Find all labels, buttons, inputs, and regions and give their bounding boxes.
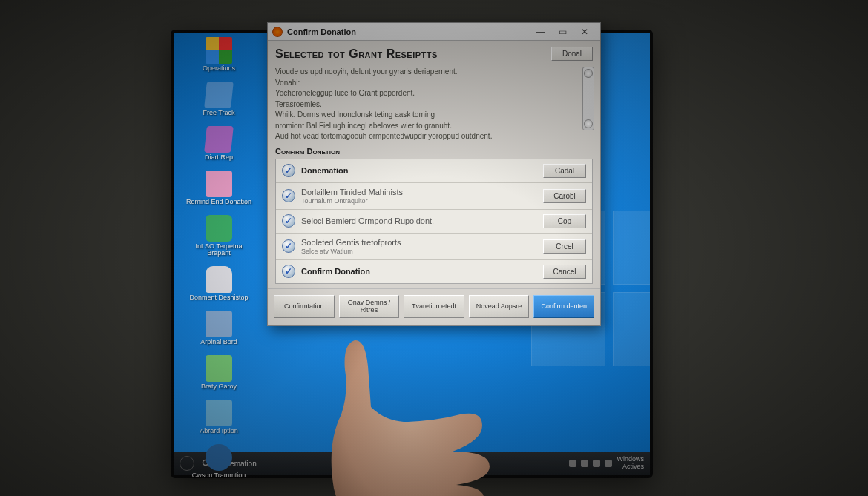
tray-brand-bottom: Actives (617, 463, 644, 471)
desktop-icon-label: Operations (203, 65, 235, 73)
desktop-icon-label: Donment Deshistop (189, 294, 248, 302)
desktop-icon[interactable]: Donment Deshistop (178, 266, 260, 302)
folder-icon (204, 126, 234, 153)
check-icon[interactable] (282, 189, 295, 202)
desktop-icon-label: Braty Garoy (201, 383, 237, 391)
confirmation-button[interactable]: Confirmtation (274, 295, 335, 319)
desktop-icon-label: Arpinal Bord (200, 339, 237, 346)
check-icon[interactable] (282, 214, 295, 228)
desktop-icon-label: Int SO Terpetna Brapant (185, 243, 252, 258)
folder-icon (206, 311, 232, 337)
confirm-donation-dialog: Confirm Donation — ▭ ✕ Selected tot Gran… (267, 22, 601, 326)
app-icon (206, 215, 232, 242)
close-button[interactable]: ✕ (573, 26, 596, 38)
folder-icon (206, 400, 232, 426)
app-icon (272, 27, 283, 37)
desktop-icon[interactable]: Int SO Terpetna Brapant (178, 215, 260, 258)
item-action-button[interactable]: Cop (543, 214, 586, 228)
list-item[interactable]: Confirm Donation Cancel (276, 260, 592, 283)
desc-line: Vioude us upd nooyih, delunt your gyrari… (275, 67, 556, 78)
desktop-icon[interactable]: Free Track (178, 82, 260, 117)
section-title: Confirm Donetion (275, 147, 593, 156)
item-title: Confirm Donation (301, 267, 537, 276)
list-item[interactable]: Selocl Bemierd Ormpond Rupoidont. Cop (276, 210, 592, 234)
item-title: Sooleted Gentis tretofprorts (301, 238, 537, 247)
desktop-icon-label: Abrard Iption (200, 428, 238, 435)
desc-line: Terasroemles. (275, 99, 556, 110)
maximize-button[interactable]: ▭ (551, 26, 573, 38)
donal-button[interactable]: Donal (551, 47, 593, 61)
desktop-icon-label: Cwson Trammtion (192, 472, 246, 480)
desktop-icon-label: Remind End Donation (186, 199, 251, 206)
item-action-button[interactable]: Cancel (543, 265, 586, 279)
scrollbar-thumb-top[interactable] (584, 69, 593, 78)
scrollbar-track[interactable] (582, 67, 594, 130)
desktop-icon[interactable]: Operations (178, 37, 260, 73)
check-icon[interactable] (282, 265, 295, 278)
dialog-body: Selected tot Grant Reseiptts Donal Vioud… (268, 41, 600, 288)
folder-icon (204, 82, 234, 108)
tray-icon[interactable] (593, 460, 600, 467)
tray-icon[interactable] (605, 460, 612, 467)
novead-button[interactable]: Novead Aopsre (469, 295, 530, 319)
item-action-button[interactable]: Carobl (543, 189, 586, 203)
app-icon (206, 444, 232, 471)
windows-flag-icon (206, 37, 232, 64)
desktop-icon-label: Diart Rep (205, 154, 233, 162)
folder-icon (206, 171, 232, 197)
confirm-primary-button[interactable]: Confirm denten (533, 295, 594, 319)
item-action-button[interactable]: Cadal (543, 164, 586, 178)
check-icon[interactable] (282, 164, 295, 177)
desc-line: nromiont Bal Fiel ugh incegl abeloves wi… (275, 121, 556, 132)
scrollbar-thumb-bottom[interactable] (584, 119, 593, 128)
desktop-icon[interactable]: Diart Rep (178, 126, 260, 162)
app-icon (206, 355, 232, 382)
desktop-icon[interactable]: Cwson Trammtion (178, 444, 260, 480)
item-title: Selocl Bemierd Ormpond Rupoidont. (301, 216, 537, 225)
desktop-icons-column: Operations Free Track Diart Rep Remind E… (178, 37, 260, 489)
item-action-button[interactable]: Crcel (543, 239, 586, 254)
system-tray[interactable]: Windows Actives (569, 456, 644, 471)
tray-icon[interactable] (569, 460, 576, 467)
minimize-button[interactable]: — (529, 26, 551, 38)
desktop-icon[interactable]: Arpinal Bord (178, 311, 260, 346)
dialog-title: Confirm Donation (287, 27, 529, 36)
desktop-icon-label: Free Track (203, 110, 234, 117)
tvaretiun-button[interactable]: Tvaretiun etedt (404, 295, 464, 319)
list-item[interactable]: Sooleted Gentis tretofprorts Selce atv W… (276, 234, 592, 260)
item-subtitle: Tournalum Ontraquitor (301, 197, 537, 205)
item-title: Donemation (301, 166, 537, 175)
check-icon[interactable] (282, 239, 295, 253)
dialog-footer: Confirmtation Onav Demns / Ritres Tvaret… (268, 288, 600, 326)
item-subtitle: Selce atv Watlum (301, 248, 537, 255)
desktop-icon[interactable]: Remind End Donation (178, 171, 260, 206)
dialog-description: Vioude us upd nooyih, delunt your gyrari… (275, 67, 593, 142)
open-demos-button[interactable]: Onav Demns / Ritres (339, 295, 400, 319)
desc-line: Aud hot vead tortomagoouh ormpontedwupdi… (275, 131, 556, 142)
desc-line: Vonahi: (275, 78, 556, 89)
desc-line: Whilk. Dorms wed Inonclonsk teting aask … (275, 110, 556, 121)
dialog-heading: Selected tot Grant Reseiptts (275, 47, 551, 61)
desktop-icon[interactable]: Abrard Iption (178, 400, 260, 435)
list-item[interactable]: Dorlaillem Tinided Mahinists Tournalum O… (276, 183, 592, 210)
desktop-icon[interactable]: Braty Garoy (178, 355, 260, 391)
desc-line: Yocheroneleggup luce to Grant pepordent. (275, 88, 556, 99)
tray-icon[interactable] (581, 460, 588, 467)
bag-icon (206, 266, 232, 293)
donation-item-list: Donemation Cadal Dorlaillem Tinided Mahi… (275, 159, 593, 284)
list-item[interactable]: Donemation Cadal (276, 159, 592, 183)
item-title: Dorlaillem Tinided Mahinists (301, 188, 537, 196)
dialog-titlebar[interactable]: Confirm Donation — ▭ ✕ (268, 23, 600, 41)
